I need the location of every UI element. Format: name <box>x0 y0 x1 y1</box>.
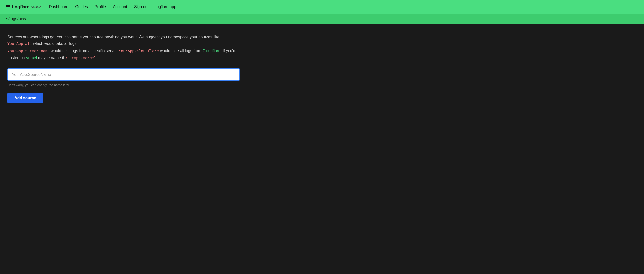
desc-text-2: which would take all logs. <box>32 41 78 46</box>
nav-account[interactable]: Account <box>113 5 127 9</box>
nav-dashboard[interactable]: Dashboard <box>49 5 68 9</box>
source-name-input[interactable] <box>8 68 240 81</box>
desc-text-4: would take all logs from <box>159 49 202 53</box>
code-yourapp-server: YourApp.server-name <box>8 49 50 53</box>
navbar: ☰ Logflare v0.8.2 Dashboard Guides Profi… <box>0 0 644 14</box>
desc-text-6: maybe name it <box>37 56 65 60</box>
add-source-button[interactable]: Add source <box>8 93 43 103</box>
hint-text: Don't worry, you can change the name lat… <box>8 83 240 87</box>
nav-guides[interactable]: Guides <box>75 5 88 9</box>
nav-links: Dashboard Guides Profile Account Sign ou… <box>49 5 176 9</box>
code-yourapp-vercel: YourApp.vercel <box>65 56 96 60</box>
nav-signout[interactable]: Sign out <box>134 5 149 9</box>
description-paragraph: Sources are where logs go. You can name … <box>8 34 240 61</box>
desc-text-7: . <box>96 56 97 60</box>
code-yourapp-all: YourApp.all <box>8 42 32 46</box>
breadcrumb: ~/logs/new <box>0 14 644 24</box>
main-content: Sources are where logs go. You can name … <box>0 24 247 113</box>
hamburger-icon: ☰ <box>6 4 10 10</box>
breadcrumb-text: ~/logs/new <box>6 16 26 21</box>
desc-text-1: Sources are where logs go. You can name … <box>8 35 219 39</box>
desc-text-3: would take logs from a specific server. <box>50 49 119 53</box>
nav-logflare-app[interactable]: logflare.app <box>156 5 176 9</box>
brand-link[interactable]: ☰ Logflare v0.8.2 <box>6 4 41 10</box>
brand-version: v0.8.2 <box>32 5 41 9</box>
link-vercel[interactable]: Vercel <box>26 56 37 60</box>
code-yourapp-cloudflare: YourApp.cloudflare <box>119 49 159 53</box>
link-cloudflare[interactable]: Cloudflare <box>202 49 220 53</box>
brand-name: Logflare <box>12 4 30 10</box>
nav-profile[interactable]: Profile <box>95 5 106 9</box>
